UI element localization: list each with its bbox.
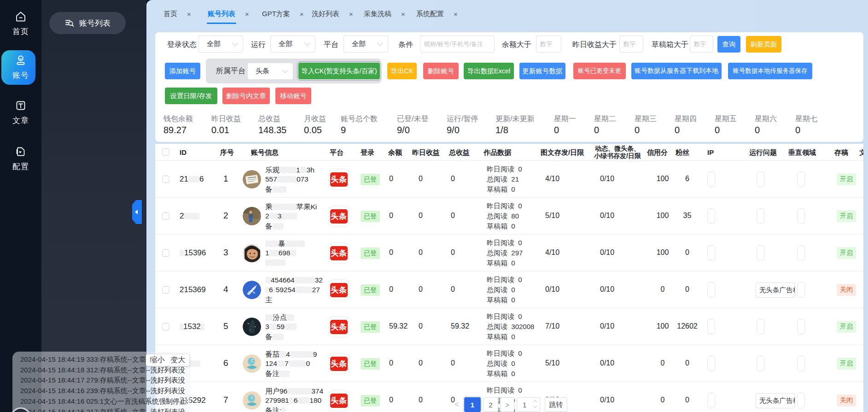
filter-select-2[interactable]: 全部 (344, 35, 388, 53)
text-fragment: 3 (278, 212, 282, 220)
export-excel-button[interactable]: 导出数据Excel (464, 63, 514, 79)
select-value: 全部 (279, 40, 292, 48)
run-issue-input[interactable] (757, 245, 764, 261)
close-icon[interactable]: × (454, 11, 458, 18)
tab-washed-list[interactable]: 洗好列表× (312, 8, 353, 20)
row-checkbox[interactable] (162, 323, 169, 330)
stepper-icons[interactable] (534, 400, 536, 407)
cell-id: 1532 (180, 322, 204, 331)
run-issue-input[interactable] (757, 208, 764, 224)
delete-articles-button[interactable]: 删除号内文章 (222, 88, 270, 104)
row-checkbox[interactable] (162, 212, 169, 220)
page-button-2[interactable]: 2 (483, 397, 498, 412)
sidebar-item-article[interactable]: 文章 (0, 100, 41, 126)
row-checkbox[interactable] (162, 249, 169, 257)
platform-badge: 头条 (329, 169, 349, 190)
tab-system-config[interactable]: 系统配置× (416, 8, 458, 20)
add-account-button[interactable]: 添加账号 (165, 63, 200, 79)
jump-button[interactable]: 跳转 (545, 397, 567, 412)
account-remark: 备注: (265, 406, 286, 412)
zoom-out-action[interactable]: 缩小 (150, 355, 165, 365)
text-fragment: 乘 (265, 203, 273, 211)
tab-home[interactable]: 首页× (163, 8, 191, 20)
vertical-field-input[interactable] (797, 245, 805, 261)
ip-input[interactable] (707, 319, 715, 335)
censored-block (273, 186, 286, 193)
sidebar-item-label: 配置 (0, 161, 41, 172)
text-fragment: 主 (265, 296, 273, 304)
page-size-select[interactable]: 1 (517, 397, 540, 412)
account-remark: 备 (265, 185, 286, 194)
run-issue-input[interactable] (757, 356, 764, 371)
submenu-item-account-list[interactable]: 账号列表 (49, 12, 126, 34)
run-issue-input[interactable]: 无头条广告权 (756, 283, 795, 298)
condition-input[interactable] (420, 35, 495, 53)
platform-select[interactable]: 头条 (247, 63, 293, 80)
numeric-filter-input-2[interactable] (690, 35, 713, 53)
page-button-1[interactable]: 1 (464, 397, 481, 412)
export-ck-button[interactable]: 导出CK (387, 63, 417, 79)
tab-label: GPT方案 (262, 10, 290, 18)
works-value: 0 (511, 370, 515, 377)
filter-select-1[interactable]: 全部 (270, 35, 315, 53)
stat-label: 星期二 (594, 114, 616, 124)
close-icon[interactable]: × (349, 11, 353, 18)
tab-collect-wash[interactable]: 采集洗稿× (364, 8, 405, 20)
download-from-server-button[interactable]: 账号数据从服务器下载到本地 (631, 63, 722, 79)
close-icon[interactable]: × (401, 11, 405, 18)
prev-page-button[interactable]: < (452, 397, 462, 412)
text-fragment: 6 (294, 396, 298, 404)
row-checkbox[interactable] (162, 176, 169, 183)
upload-to-server-button[interactable]: 账号数据本地传服务器保存 (728, 63, 812, 79)
cell-yesterday-income: 0 (419, 175, 423, 183)
search-button[interactable]: 查询 (717, 36, 740, 53)
tab-account-list[interactable]: 账号列表× (208, 8, 249, 20)
toutiao-logo: 头条 (330, 394, 348, 408)
store-status-badge: 开启 (837, 247, 856, 259)
close-icon[interactable]: × (300, 11, 304, 18)
sidebar-collapse-handle[interactable] (132, 200, 142, 224)
move-account-button[interactable]: 移动账号 (275, 88, 311, 104)
numeric-filter-input-0[interactable] (536, 35, 561, 53)
ip-input[interactable] (707, 171, 715, 187)
vertical-field-input[interactable] (797, 319, 805, 335)
sidebar-item-account[interactable]: 账号 (0, 54, 41, 81)
account-changed-button[interactable]: 账号已更变未更 (573, 63, 626, 79)
vertical-field-input[interactable] (797, 208, 805, 224)
refresh-page-button[interactable]: 刷新页面 (746, 36, 781, 53)
set-limit-button[interactable]: 设置日限/存发 (165, 88, 217, 104)
avatar-image-kid (243, 244, 261, 262)
ip-input[interactable] (707, 393, 715, 408)
ip-input[interactable] (707, 245, 715, 261)
vertical-field-input[interactable] (797, 356, 805, 371)
next-page-button[interactable]: > (501, 397, 514, 412)
select-all-checkbox[interactable] (162, 148, 169, 156)
close-icon[interactable]: × (245, 11, 249, 18)
cell-total-income: 0 (451, 212, 455, 220)
submenu-panel: 账号列表 (41, 0, 146, 412)
vertical-field-input[interactable] (797, 393, 805, 408)
ip-input[interactable] (707, 356, 715, 371)
toutiao-logo: 头条 (330, 357, 348, 371)
sidebar-item-config[interactable]: 配置 (0, 146, 41, 172)
works-value: 80 (511, 212, 519, 220)
vertical-field-input[interactable] (797, 282, 805, 298)
row-checkbox[interactable] (162, 286, 169, 294)
cell-image-limit: 4/10 (545, 175, 559, 183)
delete-account-button[interactable]: 删除账号 (423, 63, 459, 79)
tab-gpt-plan[interactable]: GPT方案× (262, 8, 304, 20)
ip-input[interactable] (707, 282, 715, 298)
sidebar-item-home[interactable]: 首页 (0, 11, 41, 37)
import-ck-button[interactable]: 导入CK(暂支持头条/百家) (298, 63, 380, 79)
close-icon[interactable]: × (187, 11, 191, 18)
ip-input[interactable] (707, 208, 715, 224)
update-account-data-button[interactable]: 更新账号数据 (519, 63, 565, 79)
filter-select-0[interactable]: 全部 (198, 35, 243, 53)
run-issue-input[interactable] (757, 171, 764, 187)
numeric-filter-input-1[interactable] (619, 35, 643, 53)
cell-balance: 0 (389, 248, 393, 257)
vertical-field-input[interactable] (797, 171, 805, 187)
zoom-in-action[interactable]: 变大 (171, 355, 186, 365)
run-issue-input[interactable]: 无头条广告权 (756, 393, 795, 408)
run-issue-input[interactable] (757, 319, 764, 335)
